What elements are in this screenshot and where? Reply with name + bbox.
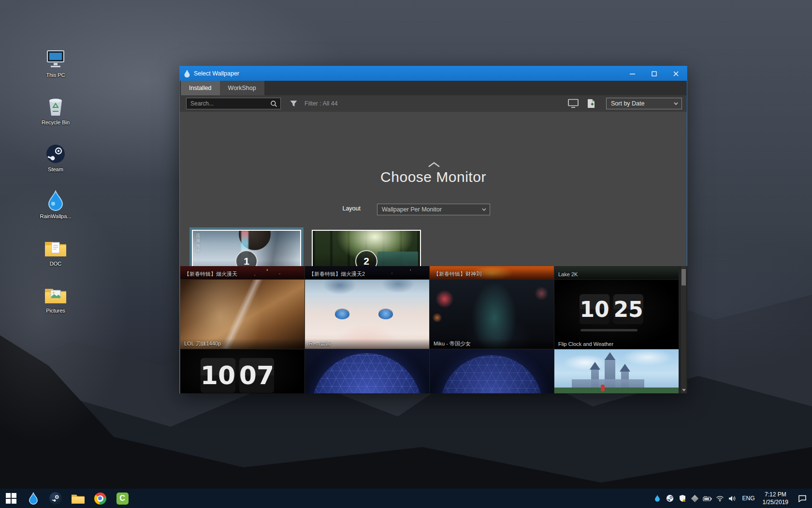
start-button[interactable] <box>0 489 22 508</box>
scroll-down-arrow-icon <box>682 389 686 391</box>
file-explorer-icon <box>72 493 85 504</box>
desktop-icon-label: DOC <box>37 261 74 267</box>
panel-title: Choose Monitor <box>180 169 687 185</box>
layout-label: Layout <box>342 205 361 212</box>
taskbar-steam-button[interactable] <box>44 489 67 508</box>
wallpaper-title: 【新春特辑】烟火漫天2 <box>305 269 429 279</box>
wallpaper-tile[interactable]: Rem蕾姆 <box>305 280 429 349</box>
taskbar: C <box>0 489 812 508</box>
wallpaper-tile[interactable]: 10 25 Flip Clock and Weather <box>554 280 679 349</box>
flip-clock-hours: 10 <box>580 294 609 324</box>
castle-art <box>620 364 630 372</box>
scroll-down-button[interactable] <box>681 387 686 393</box>
desktop-icon-label: This PC <box>37 72 74 78</box>
flip-clock-hours: 10 <box>201 358 235 393</box>
wallpaper-tile[interactable]: LOL 刀妹1440p <box>180 280 304 349</box>
wallpaper-tile[interactable]: 【新春特辑】烟火漫天 <box>180 266 304 279</box>
wallpaper-tile[interactable]: 【新春特辑】烟火漫天2 <box>305 266 429 279</box>
windows-logo-icon <box>6 493 16 504</box>
camtasia-letter: C <box>119 494 125 503</box>
tray-rainwallpaper-icon[interactable] <box>651 489 664 508</box>
maximize-icon <box>652 71 657 76</box>
tab-label: WorkShop <box>228 85 256 91</box>
taskbar-rainwallpaper-button[interactable] <box>22 489 44 508</box>
sort-select-value: Sort by Date <box>611 100 644 107</box>
minimize-button[interactable] <box>622 66 643 81</box>
wallpaper-tile[interactable] <box>305 349 429 393</box>
scrollbar-thumb[interactable] <box>682 269 686 285</box>
desktop-icon-doc[interactable]: DOC <box>37 237 74 267</box>
desktop-icon-pictures[interactable]: Pictures <box>37 284 74 314</box>
window-titlebar[interactable]: Select Wallpaper <box>180 66 687 81</box>
choose-monitor-panel: Choose Monitor Layout Wallpaper Per Moni… <box>180 112 687 266</box>
action-center-button[interactable] <box>793 489 812 508</box>
flip-clock-minutes: 07 <box>239 358 274 393</box>
chevron-down-icon <box>482 208 486 211</box>
sort-select[interactable]: Sort by Date <box>606 98 682 109</box>
search-input[interactable] <box>187 100 270 107</box>
tab-label: Installed <box>189 85 212 91</box>
wallpaper-tile[interactable]: Lake 2K <box>554 266 679 279</box>
desktop-icon-rainwallpaper[interactable]: RainWallpa... <box>37 190 74 220</box>
taskbar-clock[interactable]: 7:12 PM 1/25/2019 <box>758 491 793 506</box>
wallpaper-tile[interactable] <box>430 349 554 393</box>
wallpaper-title: Rem蕾姆 <box>305 339 429 349</box>
filter-funnel-icon[interactable] <box>290 100 298 107</box>
taskbar-chrome-button[interactable] <box>89 489 111 508</box>
wallpaper-tile[interactable]: Miku - 帝国少女 <box>430 280 554 349</box>
action-center-icon <box>798 495 807 502</box>
layout-select[interactable]: Wallpaper Per Monitor <box>377 204 490 215</box>
steam-icon <box>49 492 62 505</box>
close-icon <box>673 71 679 76</box>
tray-diamond-icon[interactable] <box>689 489 701 508</box>
tray-volume-icon[interactable] <box>726 489 739 508</box>
castle-art <box>590 362 600 370</box>
castle-art <box>554 388 679 393</box>
grid-scrollbar[interactable] <box>681 266 686 393</box>
tab-installed[interactable]: Installed <box>181 81 220 95</box>
wallpaper-title: Flip Clock and Weather <box>554 339 679 349</box>
collapse-chevron-up-icon[interactable] <box>428 162 440 167</box>
tray-battery-icon[interactable] <box>701 489 714 508</box>
wallpaper-tile[interactable]: 10 07 <box>180 349 304 393</box>
battery-plug-icon <box>703 495 712 502</box>
chevron-down-icon <box>674 102 678 105</box>
wallpaper-tile[interactable]: 【新春特辑】财神到 <box>430 266 554 279</box>
wallpaper-grid: 【新春特辑】烟火漫天 【新春特辑】烟火漫天2 【新春特辑】财神到 Lake 2K… <box>180 266 687 393</box>
recycle-bin-icon <box>37 96 74 118</box>
tray-steam-icon[interactable] <box>664 489 676 508</box>
diamond-icon <box>691 494 699 502</box>
flip-clock-artwork: 10 07 <box>180 349 304 393</box>
taskbar-file-explorer-button[interactable] <box>67 489 89 508</box>
search-icon[interactable] <box>270 100 277 107</box>
this-pc-icon <box>37 48 74 71</box>
desktop: This PC Recycle Bin Steam <box>0 0 812 508</box>
geodesic-sphere-art <box>312 353 422 393</box>
desktop-icon-label: Pictures <box>37 308 74 314</box>
desktop-icon-this-pc[interactable]: This PC <box>37 48 74 78</box>
wallpaper-title: 【新春特辑】烟火漫天 <box>180 269 304 279</box>
wallpaper-tile[interactable] <box>554 349 679 393</box>
folder-pictures-icon <box>37 284 74 306</box>
tab-workshop[interactable]: WorkShop <box>220 81 264 95</box>
maximize-button[interactable] <box>643 66 665 81</box>
language-indicator[interactable]: ENG <box>739 495 758 502</box>
window-title: Select Wallpaper <box>194 70 239 77</box>
wallpaper-title: LOL 刀妹1440p <box>180 339 304 349</box>
art-logo-text: 流浪地球 <box>196 233 203 253</box>
taskbar-camtasia-button[interactable]: C <box>111 489 133 508</box>
desktop-icon-steam[interactable]: Steam <box>37 143 74 173</box>
art-layer <box>335 310 349 319</box>
castle-art <box>605 352 615 360</box>
display-mode-icon[interactable] <box>567 99 579 108</box>
add-wallpaper-icon[interactable] <box>587 99 595 108</box>
wallpaper-title: Lake 2K <box>554 269 679 279</box>
minimize-icon <box>630 71 635 76</box>
toolbar: Filter : All 44 Sort by Date <box>180 95 687 112</box>
close-button[interactable] <box>665 66 687 81</box>
desktop-icon-recycle-bin[interactable]: Recycle Bin <box>37 96 74 126</box>
tray-wifi-icon[interactable] <box>714 489 726 508</box>
tray-defender-icon[interactable] <box>676 489 689 508</box>
steam-icon <box>666 494 674 502</box>
folder-doc-icon <box>37 237 74 259</box>
